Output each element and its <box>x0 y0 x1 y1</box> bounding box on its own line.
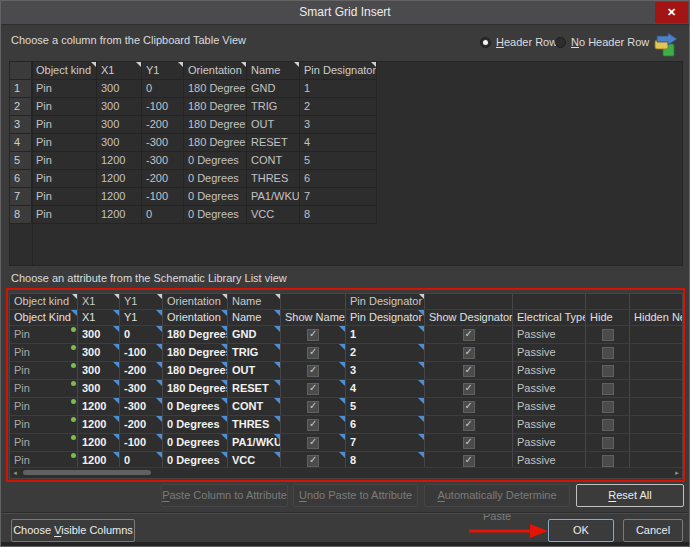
attr-cell-show-name[interactable] <box>281 344 346 362</box>
attr-cell-orientation[interactable]: 180 Degrees <box>163 362 228 380</box>
ok-button[interactable]: OK <box>548 519 614 542</box>
clipboard-cell-name[interactable]: GND <box>247 80 300 98</box>
attr-cell-hidden-net[interactable] <box>630 434 683 452</box>
cancel-button[interactable]: Cancel <box>623 519 683 542</box>
pasted-clipboard-header[interactable]: Y1 <box>120 294 163 310</box>
clipboard-cell-pin-designator[interactable]: 8 <box>300 206 377 224</box>
attr-cell-object-kind[interactable]: Pin <box>10 416 78 434</box>
clipboard-cell-pin-designator[interactable]: 4 <box>300 134 377 152</box>
automatically-determine-paste-button[interactable]: Automatically Determine Paste <box>424 484 570 507</box>
clipboard-cell-orientation[interactable]: 0 Degrees <box>184 170 247 188</box>
clipboard-cell-x1[interactable]: 300 <box>97 98 142 116</box>
pasted-clipboard-header[interactable]: Pin Designator <box>346 294 425 310</box>
attribute-column-header[interactable]: Name <box>228 310 281 326</box>
attribute-column-header[interactable]: Y1 <box>120 310 163 326</box>
hide-checkbox[interactable] <box>602 383 614 395</box>
row-number-cell[interactable]: 7 <box>10 188 32 206</box>
hide-checkbox[interactable] <box>602 401 614 413</box>
clipboard-column-header[interactable]: Orientation <box>184 62 247 80</box>
attr-cell-x1[interactable]: 1200 <box>78 398 120 416</box>
clipboard-cell-orientation[interactable]: 0 Degrees <box>184 152 247 170</box>
clipboard-cell-orientation[interactable]: 0 Degrees <box>184 206 247 224</box>
pasted-clipboard-header[interactable]: Object kind <box>10 294 78 310</box>
pasted-clipboard-header[interactable]: Name <box>228 294 281 310</box>
attr-cell-pin-designator[interactable]: 1 <box>346 326 425 344</box>
show-designator-checkbox[interactable] <box>463 401 475 413</box>
attr-cell-name[interactable]: CONT <box>228 398 281 416</box>
clipboard-cell-orientation[interactable]: 180 Degrees <box>184 98 247 116</box>
clipboard-cell-pin-designator[interactable]: 6 <box>300 170 377 188</box>
attr-cell-show-designator[interactable] <box>425 344 513 362</box>
clipboard-cell-name[interactable]: TRIG <box>247 98 300 116</box>
attr-cell-orientation[interactable]: 0 Degrees <box>163 398 228 416</box>
attr-cell-show-designator[interactable] <box>425 362 513 380</box>
clipboard-cell-object-kind[interactable]: Pin <box>32 152 97 170</box>
attr-cell-pin-designator[interactable]: 4 <box>346 380 425 398</box>
attr-cell-orientation[interactable]: 180 Degrees <box>163 326 228 344</box>
hide-checkbox[interactable] <box>602 455 614 467</box>
attr-cell-show-designator[interactable] <box>425 326 513 344</box>
attr-cell-pin-designator[interactable]: 3 <box>346 362 425 380</box>
attr-cell-hide[interactable] <box>586 434 630 452</box>
reset-all-button[interactable]: Reset All <box>576 484 684 507</box>
attribute-column-header[interactable]: Show Name <box>281 310 346 326</box>
clipboard-cell-y1[interactable]: -200 <box>142 116 184 134</box>
attr-cell-object-kind[interactable]: Pin <box>10 398 78 416</box>
clipboard-column-header[interactable]: Pin Designator <box>300 62 377 80</box>
clipboard-cell-orientation[interactable]: 0 Degrees <box>184 188 247 206</box>
attr-cell-pin-designator[interactable]: 2 <box>346 344 425 362</box>
clipboard-column-header[interactable]: Object kind <box>32 62 97 80</box>
show-name-checkbox[interactable] <box>307 329 319 341</box>
clipboard-cell-pin-designator[interactable]: 3 <box>300 116 377 134</box>
attr-cell-hidden-net[interactable] <box>630 398 683 416</box>
attribute-column-header[interactable]: Electrical Type <box>513 310 586 326</box>
clipboard-cell-y1[interactable]: -100 <box>142 188 184 206</box>
clipboard-cell-object-kind[interactable]: Pin <box>32 206 97 224</box>
attr-cell-electrical-type[interactable]: Passive <box>513 362 586 380</box>
attr-cell-hidden-net[interactable] <box>630 416 683 434</box>
attr-cell-electrical-type[interactable]: Passive <box>513 398 586 416</box>
attr-cell-show-designator[interactable] <box>425 434 513 452</box>
clipboard-cell-pin-designator[interactable]: 1 <box>300 80 377 98</box>
clipboard-cell-y1[interactable]: -300 <box>142 134 184 152</box>
attr-cell-y1[interactable]: 0 <box>120 326 163 344</box>
attr-cell-hide[interactable] <box>586 380 630 398</box>
attr-cell-electrical-type[interactable]: Passive <box>513 416 586 434</box>
clipboard-cell-name[interactable]: PA1/WKUP <box>247 188 300 206</box>
show-name-checkbox[interactable] <box>307 347 319 359</box>
radio-selected-icon[interactable] <box>480 37 491 48</box>
attr-cell-name[interactable]: THRES <box>228 416 281 434</box>
attr-cell-pin-designator[interactable]: 7 <box>346 434 425 452</box>
attr-cell-x1[interactable]: 1200 <box>78 434 120 452</box>
clipboard-cell-y1[interactable]: -200 <box>142 170 184 188</box>
attr-cell-name[interactable]: PA1/WKUP <box>228 434 281 452</box>
clipboard-cell-orientation[interactable]: 180 Degrees <box>184 80 247 98</box>
attr-cell-show-name[interactable] <box>281 326 346 344</box>
row-number-cell[interactable]: 6 <box>10 170 32 188</box>
attr-cell-orientation[interactable]: 0 Degrees <box>163 416 228 434</box>
attribute-column-header[interactable]: X1 <box>78 310 120 326</box>
row-number-cell[interactable]: 8 <box>10 206 32 224</box>
attr-cell-object-kind[interactable]: Pin <box>10 434 78 452</box>
clipboard-cell-y1[interactable]: 0 <box>142 206 184 224</box>
clipboard-cell-x1[interactable]: 1200 <box>97 206 142 224</box>
scrollbar-thumb[interactable] <box>23 470 151 475</box>
pasted-clipboard-header[interactable]: Orientation <box>163 294 228 310</box>
row-number-cell[interactable]: 3 <box>10 116 32 134</box>
clipboard-cell-x1[interactable]: 1200 <box>97 188 142 206</box>
row-number-cell[interactable]: 1 <box>10 80 32 98</box>
attr-cell-show-designator[interactable] <box>425 380 513 398</box>
clipboard-cell-x1[interactable]: 300 <box>97 116 142 134</box>
show-name-checkbox[interactable] <box>307 401 319 413</box>
attr-cell-y1[interactable]: -300 <box>120 398 163 416</box>
attr-cell-show-name[interactable] <box>281 380 346 398</box>
undo-paste-to-attribute-button[interactable]: Undo Paste to Attribute <box>293 484 418 507</box>
attr-cell-electrical-type[interactable]: Passive <box>513 380 586 398</box>
show-name-checkbox[interactable] <box>307 365 319 377</box>
clipboard-cell-object-kind[interactable]: Pin <box>32 80 97 98</box>
clipboard-cell-orientation[interactable]: 180 Degrees <box>184 134 247 152</box>
choose-visible-columns-button[interactable]: Choose Visible Columns <box>11 519 135 542</box>
attr-cell-name[interactable]: OUT <box>228 362 281 380</box>
pasted-clipboard-header[interactable]: X1 <box>78 294 120 310</box>
show-designator-checkbox[interactable] <box>463 455 475 467</box>
